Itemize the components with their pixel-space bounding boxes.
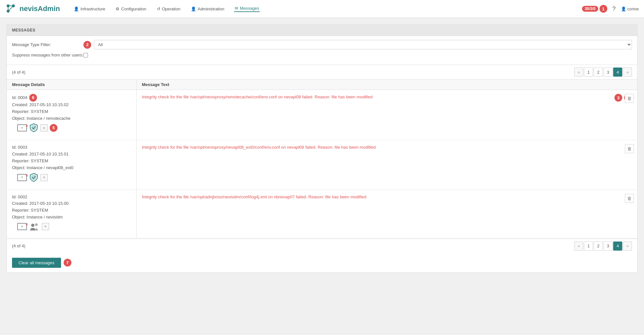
messages-panel: MESSAGES Message Type Filter: 2 All Supp… [6, 24, 638, 273]
msg-icons-row: ✕ ✕ > [12, 171, 131, 186]
page-1-btn[interactable]: 1 [584, 68, 593, 77]
message-details-0003: Id: 0003 Created: 2017-05-10 10.15.01 Re… [7, 140, 137, 189]
nav-right: 30/3/0 1 ? 👤 corine [582, 5, 639, 13]
msg-created: Created: 2017-05-10 10.15.01 [12, 151, 131, 158]
trash-icon: 🗑 [627, 146, 632, 151]
type-filter-select[interactable]: All [94, 40, 632, 49]
next-page-btn[interactable]: » [623, 68, 632, 77]
msg-envelope-icon: ✕ ✕ [17, 223, 27, 230]
msg-envelope-icon: ✕ ✕ [17, 174, 27, 181]
pagination-controls-top: « 1 2 3 4 » [574, 68, 632, 77]
trash-icon: 🗑 [627, 196, 632, 201]
logo-text: nevisAdmin [19, 5, 60, 13]
first-page-btn[interactable]: « [574, 68, 583, 77]
table-row: Id: 0004 6 Created: 2017-05-10 10.15.02 … [7, 90, 637, 140]
clear-all-button[interactable]: Clear all messages [12, 258, 61, 268]
table-header: Message Details Message Text [7, 80, 637, 90]
page-1-btn-bottom[interactable]: 1 [584, 242, 593, 251]
delete-btn-0004[interactable]: 🗑 [625, 94, 634, 103]
help-icon[interactable]: ? [613, 6, 616, 12]
first-page-btn-bottom[interactable]: « [574, 242, 583, 251]
logo: nevisAdmin [5, 3, 60, 15]
nav-messages[interactable]: ✉ Messages [234, 6, 260, 12]
message-badge-group: 30/3/0 1 [582, 5, 607, 13]
message-text: Integrity check for the file /var/opt/ne… [142, 94, 613, 100]
msg-envelope-icon: ✕ ✕ [17, 124, 27, 131]
messages-icon: ✉ [235, 6, 238, 11]
user-icon: 👤 [621, 6, 626, 11]
shield-icon [29, 123, 39, 133]
message-count-badge: 30/3/0 [582, 6, 598, 12]
expand-btn-0004[interactable]: > [41, 124, 48, 131]
username: corine [627, 6, 639, 11]
msg-id: Id: 0002 [12, 194, 131, 201]
navigation: nevisAdmin 👤 Infrastructure ⚙ Configurat… [0, 0, 644, 18]
msg-icons-row: ✕ ✕ > [12, 221, 131, 234]
trash-icon: 🗑 [627, 96, 632, 101]
top-pagination: (4 of 4) « 1 2 3 4 » [7, 65, 637, 80]
msg-object: Object: Instance / nevisidm [12, 214, 131, 221]
administration-icon: 👤 [191, 6, 196, 11]
annotation-7: 7 [64, 259, 71, 267]
page-4-btn-bottom[interactable]: 4 [613, 242, 622, 251]
nav-configuration[interactable]: ⚙ Configuration [115, 6, 147, 12]
bottom-pagination: (4 of 4) « 1 2 3 4 » [7, 239, 637, 253]
svg-point-6 [31, 224, 34, 227]
main-content: MESSAGES Message Type Filter: 2 All Supp… [0, 18, 644, 279]
msg-id: Id: 0004 6 [12, 94, 131, 102]
type-filter-row: Message Type Filter: 2 All [12, 40, 632, 49]
message-text: Integrity check for the file /var/opt/ad… [142, 194, 632, 200]
filters-section: Message Type Filter: 2 All Suppress mess… [7, 36, 637, 65]
delete-btn-0002[interactable]: 🗑 [625, 194, 634, 203]
msg-object: Object: Instance / nevapl08_ext0 [12, 165, 131, 171]
delete-btn-0003[interactable]: 🗑 [625, 144, 634, 153]
user-menu[interactable]: 👤 corine [621, 6, 639, 11]
table-row: Id: 0002 Created: 2017-05-10 10.15.00 Re… [7, 190, 637, 239]
message-text-col-0002: Integrity check for the file /var/opt/ad… [137, 190, 637, 238]
page-3-btn[interactable]: 3 [603, 68, 613, 77]
msg-created: Created: 2017-05-10 10.15.00 [12, 200, 131, 207]
suppress-filter-row: Suppress messages from other users: [12, 53, 632, 57]
nav-infrastructure[interactable]: 👤 Infrastructure [73, 6, 106, 12]
msg-created: Created: 2017-05-10 10.15.02 [12, 102, 131, 108]
page-4-btn[interactable]: 4 [613, 68, 622, 77]
col-header-details: Message Details [7, 80, 137, 90]
pagination-info-top: (4 of 4) [12, 70, 25, 75]
annotation-3: 3 [614, 94, 622, 102]
pagination-controls-bottom: « 1 2 3 4 » [574, 242, 632, 251]
page-3-btn-bottom[interactable]: 3 [603, 242, 613, 251]
message-text-col-0004: Integrity check for the file /var/opt/ne… [137, 90, 637, 140]
suppress-checkbox[interactable] [83, 53, 88, 57]
message-details-0002: Id: 0002 Created: 2017-05-10 10.15.00 Re… [7, 190, 137, 238]
logo-icon [5, 3, 17, 15]
configuration-icon: ⚙ [116, 6, 119, 11]
message-text: Integrity check for the file /var/opt/ne… [142, 144, 632, 151]
page-2-btn[interactable]: 2 [594, 68, 603, 77]
infrastructure-icon: 👤 [74, 6, 79, 11]
nav-links: 👤 Infrastructure ⚙ Configuration ↺ Opera… [73, 6, 582, 12]
nav-administration[interactable]: 👤 Administration [190, 6, 225, 12]
type-filter-label: Message Type Filter: [12, 42, 83, 47]
suppress-label: Suppress messages from other users: [12, 53, 83, 57]
pagination-info-bottom: (4 of 4) [12, 243, 25, 248]
table-row: Id: 0003 Created: 2017-05-10 10.15.01 Re… [7, 140, 637, 190]
panel-title: MESSAGES [12, 28, 35, 32]
msg-id: Id: 0003 [12, 144, 131, 151]
col-header-text: Message Text [137, 80, 637, 90]
bottom-actions: Clear all messages 7 [7, 253, 637, 272]
msg-object: Object: Instance / remotecache [12, 115, 131, 122]
msg-icons-row: ✕ ✕ > 5 [12, 122, 131, 136]
nav-operation[interactable]: ↺ Operation [156, 6, 181, 12]
msg-reporter: Reporter: SYSTEM [12, 207, 131, 214]
svg-point-7 [35, 223, 38, 226]
expand-btn-0002[interactable]: > [42, 223, 49, 230]
annotation-6: 6 [29, 94, 37, 102]
page-2-btn-bottom[interactable]: 2 [594, 242, 603, 251]
expand-btn-0003[interactable]: > [41, 174, 48, 181]
msg-reporter: Reporter: SYSTEM [12, 108, 131, 115]
annotation-5: 5 [50, 124, 57, 132]
shield-icon [29, 173, 39, 182]
type-filter-select-wrapper: All [94, 40, 632, 49]
next-page-btn-bottom[interactable]: » [623, 242, 632, 251]
message-details-0004: Id: 0004 6 Created: 2017-05-10 10.15.02 … [7, 90, 137, 140]
